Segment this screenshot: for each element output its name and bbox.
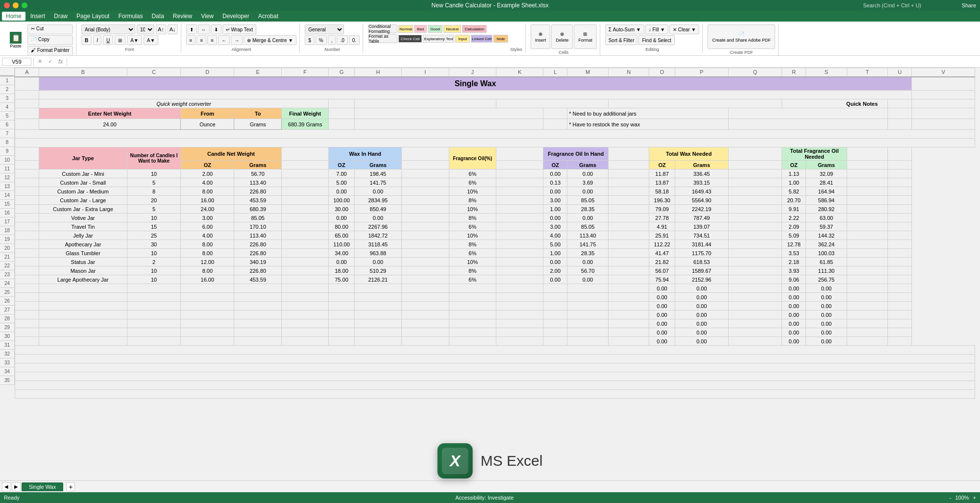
align-middle-button[interactable]: ↔: [198, 24, 210, 34]
cell-q8[interactable]: [728, 147, 782, 161]
number-format-select[interactable]: General: [305, 24, 344, 34]
cell-s24[interactable]: 0.00: [806, 293, 847, 302]
cell-twax-g-8[interactable]: 3181.44: [675, 240, 728, 249]
cell-k22[interactable]: [496, 275, 543, 284]
cell-frag-oz-8[interactable]: 5.00: [543, 240, 567, 249]
cell-qty-4[interactable]: 5: [127, 205, 180, 214]
cell-j24[interactable]: [449, 293, 496, 302]
cell-frag-g-6[interactable]: 85.05: [567, 222, 609, 231]
cell-a12[interactable]: [15, 187, 39, 196]
cell-k11[interactable]: [496, 178, 543, 187]
sort-filter-button[interactable]: Sort & Filter: [605, 35, 638, 45]
cell-a28[interactable]: [15, 328, 39, 337]
cell-wax-g-1[interactable]: 141.75: [354, 178, 401, 187]
cell-total-wax-oz-header[interactable]: OZ: [649, 161, 675, 169]
cell-net-g-9[interactable]: 226.80: [234, 249, 281, 258]
cell-twax-g-5[interactable]: 787.49: [675, 214, 728, 222]
cell-g23[interactable]: [329, 284, 354, 293]
cell-tfrag-oz-0[interactable]: 1.13: [782, 169, 806, 178]
cell-frag-g-11[interactable]: 56.70: [567, 266, 609, 275]
copy-button[interactable]: 📄 Copy: [27, 35, 73, 45]
cell-r26[interactable]: 0.00: [782, 311, 806, 319]
cell-k26[interactable]: [496, 311, 543, 319]
cell-qty-5[interactable]: 10: [127, 214, 180, 222]
align-right-button[interactable]: ≡: [207, 35, 217, 45]
cell-s26[interactable]: 0.00: [806, 311, 847, 319]
cell-v25[interactable]: [888, 302, 912, 311]
col-i[interactable]: I: [402, 68, 449, 77]
cell-b1-title[interactable]: Single Wax: [39, 77, 911, 91]
cell-jar-type-0[interactable]: Custom Jar - Mini: [39, 169, 127, 178]
cell-i14[interactable]: [402, 205, 449, 214]
cell-tfrag-oz-7[interactable]: 5.09: [782, 231, 806, 240]
cell-n23[interactable]: [608, 284, 649, 293]
cell-i16[interactable]: [402, 222, 449, 231]
cell-u14[interactable]: [847, 205, 888, 214]
title-bar-share[interactable]: Share: [962, 2, 976, 8]
menu-formulas[interactable]: Formulas: [114, 12, 147, 21]
row-20[interactable]: 20: [0, 244, 15, 253]
add-sheet-button[interactable]: +: [66, 482, 75, 491]
cell-a1[interactable]: [15, 77, 39, 91]
row-26[interactable]: 26: [0, 297, 15, 306]
cell-p28[interactable]: 0.00: [675, 328, 728, 337]
font-family-select[interactable]: Arial (Body): [81, 24, 135, 34]
cell-a16[interactable]: [15, 222, 39, 231]
cell-v14[interactable]: [888, 205, 912, 214]
cell-row30[interactable]: [15, 346, 975, 355]
cell-to-value[interactable]: Grams: [234, 119, 281, 130]
cell-twax-oz-10[interactable]: 21.82: [649, 258, 675, 266]
clear-button[interactable]: ✕ Clear ▼: [669, 24, 699, 34]
cell-u18[interactable]: [847, 240, 888, 249]
cell-v20[interactable]: [888, 258, 912, 266]
cell-q27[interactable]: [728, 319, 782, 328]
cell-v10[interactable]: [888, 169, 912, 178]
cell-to-label[interactable]: To: [234, 108, 281, 119]
cell-jar-type-9[interactable]: Glass Tumbler: [39, 249, 127, 258]
menu-data[interactable]: Data: [147, 12, 168, 21]
cell-h25[interactable]: [354, 302, 401, 311]
cell-wax-g-8[interactable]: 3118.45: [354, 240, 401, 249]
cell-tfrag-oz-1[interactable]: 1.00: [782, 178, 806, 187]
cell-i28[interactable]: [402, 328, 449, 337]
cell-m24[interactable]: [567, 293, 609, 302]
cell-total-frag-oz-header[interactable]: OZ: [782, 161, 806, 169]
col-u[interactable]: U: [888, 68, 912, 77]
cell-u13[interactable]: [847, 196, 888, 205]
cell-k18[interactable]: [496, 240, 543, 249]
col-g[interactable]: G: [329, 68, 354, 77]
cell-b23[interactable]: [39, 284, 127, 293]
cell-u21[interactable]: [847, 266, 888, 275]
menu-view[interactable]: View: [197, 12, 218, 21]
col-m[interactable]: M: [567, 68, 609, 77]
row-10[interactable]: 10: [0, 156, 15, 165]
cell-n14[interactable]: [608, 205, 649, 214]
cell-tfrag-oz-9[interactable]: 3.53: [782, 249, 806, 258]
cell-frag-oz-9[interactable]: 1.00: [543, 249, 567, 258]
row-19[interactable]: 19: [0, 235, 15, 244]
cell-u11[interactable]: [847, 178, 888, 187]
cell-g29[interactable]: [329, 337, 354, 346]
cell-m26[interactable]: [567, 311, 609, 319]
cell-twax-g-2[interactable]: 1649.43: [675, 187, 728, 196]
cell-v27[interactable]: [888, 319, 912, 328]
cell-frag-pct-0[interactable]: 6%: [449, 169, 496, 178]
scroll-sheets-left[interactable]: ◀: [2, 482, 11, 491]
cell-i11[interactable]: [402, 178, 449, 187]
cell-i26[interactable]: [402, 311, 449, 319]
cell-b26[interactable]: [39, 311, 127, 319]
align-left-button[interactable]: ≡: [186, 35, 196, 45]
cell-u28[interactable]: [847, 328, 888, 337]
cell-jar-type-10[interactable]: Status Jar: [39, 258, 127, 266]
cell-l27[interactable]: [543, 319, 567, 328]
cell-e24[interactable]: [234, 293, 281, 302]
grid-scroll-area[interactable]: A B C D E F G H I J K L M: [15, 68, 980, 480]
cell-i8[interactable]: [402, 147, 449, 161]
cell-k19[interactable]: [496, 249, 543, 258]
cell-v28[interactable]: [888, 328, 912, 337]
sheet-tab-single-wax[interactable]: Single Wax: [22, 482, 63, 491]
cell-q18[interactable]: [728, 240, 782, 249]
cell-frag-oz-1[interactable]: 0.13: [543, 178, 567, 187]
cell-tfrag-oz-2[interactable]: 5.82: [782, 187, 806, 196]
cell-a21[interactable]: [15, 266, 39, 275]
